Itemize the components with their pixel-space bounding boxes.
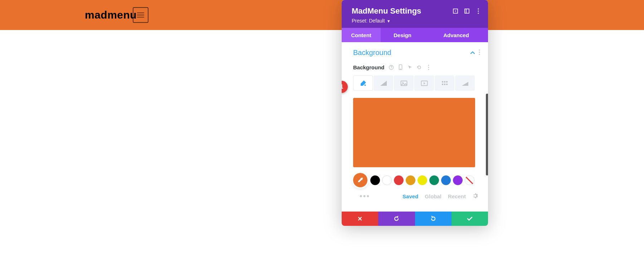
more-options-icon[interactable]: ••• [353,192,370,200]
caret-down-icon: ▼ [385,19,391,23]
bgtype-video[interactable] [414,75,434,91]
section-title[interactable]: Background [353,49,391,57]
tab-advanced[interactable]: Advanced [424,28,488,42]
preset-label: Preset: Default [352,18,385,24]
swatch-8e2ee3[interactable] [453,175,463,185]
palette-tab-saved[interactable]: Saved [402,193,418,199]
brand-logo: madmenu [85,9,137,21]
svg-point-5 [478,10,479,11]
swatch-ffffff[interactable] [382,175,392,185]
swatch-ede900[interactable] [418,175,427,185]
svg-rect-27 [444,84,445,85]
tab-content[interactable]: Content [342,28,381,42]
svg-point-1 [455,11,456,12]
settings-panel: MadMenu Settings Preset: Default ▼ Conte… [342,0,488,226]
swatch-000000[interactable] [370,175,380,185]
swatch-0c8c62[interactable] [429,175,439,185]
svg-point-11 [391,68,392,69]
svg-point-15 [428,67,429,68]
svg-point-6 [478,13,479,14]
svg-rect-2 [465,9,469,13]
svg-marker-29 [462,82,468,86]
bgtype-image[interactable] [394,75,414,91]
swatch-transparent[interactable] [465,175,474,185]
palette-tab-recent[interactable]: Recent [448,193,466,199]
panel-header: MadMenu Settings Preset: Default ▼ Conte… [342,0,488,42]
section-collapse-icon[interactable] [470,50,475,56]
svg-rect-28 [446,84,448,85]
svg-rect-26 [442,84,443,85]
background-type-tabs [353,75,480,91]
color-preview[interactable] [353,98,475,167]
bgtype-mask[interactable] [455,75,475,91]
svg-point-8 [479,51,480,53]
footer-undo-button[interactable] [378,212,415,226]
expand-icon[interactable] [452,8,459,14]
responsive-icon[interactable] [397,64,404,70]
field-label: Background [353,64,385,70]
svg-point-9 [479,54,480,55]
hover-icon[interactable] [407,64,413,70]
tab-design[interactable]: Design [381,28,424,42]
page-header: madmenu [0,0,644,30]
bgtype-gradient[interactable] [374,75,393,91]
bgtype-pattern[interactable] [435,75,454,91]
svg-point-17 [364,84,366,86]
svg-rect-25 [446,81,448,83]
palette-tab-global[interactable]: Global [425,193,441,199]
swatch-e39d18[interactable] [406,175,415,185]
svg-point-4 [478,8,479,9]
footer-redo-button[interactable] [415,212,452,226]
eyedropper-button[interactable] [353,173,367,187]
svg-rect-24 [444,81,445,83]
svg-point-14 [428,65,429,66]
panel-tabs: Content Design Advanced [342,28,488,42]
svg-marker-22 [424,82,425,84]
footer-close-button[interactable] [342,212,378,226]
scrollbar-thumb[interactable] [486,94,488,175]
bgtype-color[interactable] [353,75,373,91]
footer-confirm-button[interactable] [452,212,488,226]
svg-point-7 [479,49,480,50]
swatch-e23b3b[interactable] [394,175,404,185]
panel-menu-icon[interactable] [475,8,482,14]
panel-title: MadMenu Settings [352,6,421,16]
hamburger-menu-button[interactable] [133,7,148,23]
reset-icon[interactable] [416,64,423,70]
field-menu-icon[interactable] [425,64,432,70]
svg-rect-23 [442,81,443,83]
preset-selector[interactable]: Preset: Default ▼ [342,17,488,24]
swatch-row [353,173,480,187]
palette-tabs: Saved Global Recent [402,193,478,200]
panel-body: 1 Background Background [342,42,488,212]
panel-footer [342,212,488,226]
help-icon[interactable] [388,64,395,70]
hamburger-icon [137,13,144,18]
svg-point-16 [428,69,429,70]
section-menu-icon[interactable] [479,49,480,56]
swatch-2179d6[interactable] [441,175,451,185]
palette-settings-icon[interactable] [472,193,478,200]
snap-panel-icon[interactable] [464,8,470,14]
svg-marker-18 [380,81,387,86]
